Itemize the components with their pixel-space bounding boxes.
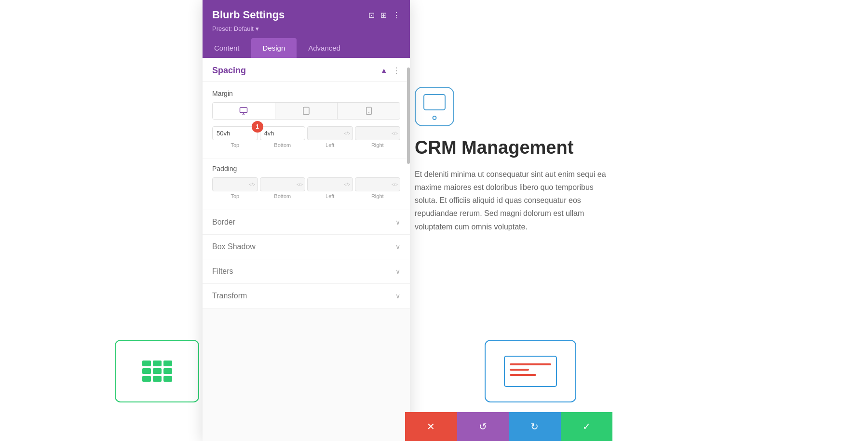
margin-inputs: 1 Top Bottom < (212, 126, 400, 148)
margin-right-group: </> Right (355, 126, 401, 148)
padding-left-wrapper: </> (307, 177, 353, 191)
svg-rect-5 (366, 107, 371, 115)
padding-bottom-label: Bottom (274, 193, 291, 199)
dot-icon (433, 116, 437, 120)
action-bar: ✕ ↺ ↻ ✓ (405, 412, 612, 441)
box-shadow-header[interactable]: Box Shadow ∨ (203, 235, 410, 259)
padding-bottom-group: </> Bottom (260, 177, 306, 199)
device-tab-tablet[interactable] (275, 103, 338, 119)
cancel-button[interactable]: ✕ (405, 412, 457, 441)
code-icon-pad-top: </> (249, 182, 255, 187)
transform-header[interactable]: Transform ∨ (203, 284, 410, 308)
blue-line-3 (510, 374, 536, 376)
box-shadow-title: Box Shadow (212, 242, 256, 251)
collapse-icon[interactable]: ▲ (380, 67, 388, 75)
mobile-icon (365, 107, 373, 115)
margin-left-label: Left (326, 142, 334, 148)
device-tab-mobile[interactable] (338, 103, 400, 119)
step-badge: 1 (252, 121, 263, 133)
panel-header-icons: ⊡ ⊞ ⋮ (368, 11, 400, 20)
more-icon[interactable]: ⋮ (393, 11, 400, 20)
panel-title: Blurb Settings (212, 9, 285, 21)
margin-top-input[interactable] (212, 126, 258, 140)
crm-title: CRM Management (415, 138, 656, 158)
blue-line-1 (510, 363, 551, 365)
panel-header: Blurb Settings ⊡ ⊞ ⋮ Preset: Default ▾ (203, 0, 410, 38)
blue-screen-icon (504, 356, 557, 387)
tab-advanced[interactable]: Advanced (297, 38, 352, 58)
scrollbar-track (407, 67, 410, 357)
padding-bottom-wrapper: </> (260, 177, 306, 191)
blurb-settings-panel: Blurb Settings ⊡ ⊞ ⋮ Preset: Default ▾ C… (203, 0, 410, 441)
transform-title: Transform (212, 292, 247, 300)
device-tabs (212, 102, 400, 120)
bottom-card-left (115, 340, 199, 402)
panel-header-top: Blurb Settings ⊡ ⊞ ⋮ (212, 9, 400, 21)
padding-left-label: Left (326, 193, 334, 199)
crm-description: Et deleniti minima ut consequatur sint a… (415, 168, 617, 233)
save-button[interactable]: ✓ (561, 412, 613, 441)
screen-icon (423, 94, 446, 110)
svg-rect-0 (240, 107, 247, 113)
blue-line-2 (510, 369, 529, 371)
tablet-icon (302, 107, 311, 115)
device-tab-desktop[interactable] (213, 103, 275, 119)
padding-top-label: Top (231, 193, 239, 199)
margin-bottom-label: Bottom (274, 142, 291, 148)
margin-bottom-input[interactable] (260, 126, 306, 140)
border-header[interactable]: Border ∨ (203, 210, 410, 234)
code-icon-pad-left: </> (344, 182, 350, 187)
padding-right-group: </> Right (355, 177, 401, 199)
margin-left-group: </> Left (307, 126, 353, 148)
screenshot-icon[interactable]: ⊡ (368, 11, 375, 20)
margin-bottom-wrapper (260, 126, 306, 140)
panel-tabs: Content Design Advanced (203, 38, 410, 58)
preset-label[interactable]: Preset: Default ▾ (212, 25, 400, 32)
code-icon-pad-bottom: </> (297, 182, 303, 187)
panel-body: Spacing ▲ ⋮ Margin (203, 58, 410, 441)
code-icon-right: </> (392, 131, 398, 136)
transform-section: Transform ∨ (203, 284, 410, 308)
margin-left-wrapper: </> (307, 126, 353, 140)
section-more-icon[interactable]: ⋮ (393, 66, 400, 75)
spacing-section: Spacing ▲ ⋮ Margin (203, 58, 410, 210)
margin-top-group: 1 Top (212, 126, 258, 148)
scrollbar-thumb[interactable] (407, 67, 410, 164)
border-section: Border ∨ (203, 210, 410, 235)
margin-top-wrapper: 1 (212, 126, 258, 140)
right-content-area: CRM Management Et deleniti minima ut con… (415, 87, 656, 233)
padding-inputs: </> Top </> Bottom </> (212, 177, 400, 199)
filters-title: Filters (212, 267, 233, 276)
padding-left-group: </> Left (307, 177, 353, 199)
box-shadow-section: Box Shadow ∨ (203, 235, 410, 259)
spacing-title: Spacing (212, 66, 246, 76)
padding-right-wrapper: </> (355, 177, 401, 191)
spacing-section-header: Spacing ▲ ⋮ (203, 58, 410, 82)
padding-label: Padding (212, 165, 400, 173)
transform-chevron-icon: ∨ (395, 292, 400, 300)
margin-top-label: Top (231, 142, 239, 148)
padding-section: Padding </> Top </> Bott (203, 159, 410, 210)
margin-section: Margin (203, 82, 410, 159)
margin-bottom-group: Bottom (260, 126, 306, 148)
filters-header[interactable]: Filters ∨ (203, 259, 410, 283)
box-shadow-chevron-icon: ∨ (395, 243, 400, 251)
margin-right-wrapper: </> (355, 126, 401, 140)
padding-top-wrapper: </> (212, 177, 258, 191)
code-icon-pad-right: </> (392, 182, 398, 187)
columns-icon[interactable]: ⊞ (380, 11, 387, 20)
tab-design[interactable]: Design (251, 38, 297, 58)
desktop-icon (239, 107, 248, 115)
redo-button[interactable]: ↻ (509, 412, 561, 441)
undo-button[interactable]: ↺ (457, 412, 509, 441)
svg-rect-3 (303, 107, 309, 115)
border-chevron-icon: ∨ (395, 218, 400, 226)
filters-section: Filters ∨ (203, 259, 410, 284)
margin-label: Margin (212, 90, 400, 97)
margin-right-label: Right (371, 142, 384, 148)
tab-content[interactable]: Content (203, 38, 251, 58)
blurb-icon (415, 87, 454, 126)
border-title: Border (212, 218, 235, 227)
spacing-header-actions: ▲ ⋮ (380, 66, 400, 75)
bottom-card-right (485, 340, 576, 402)
